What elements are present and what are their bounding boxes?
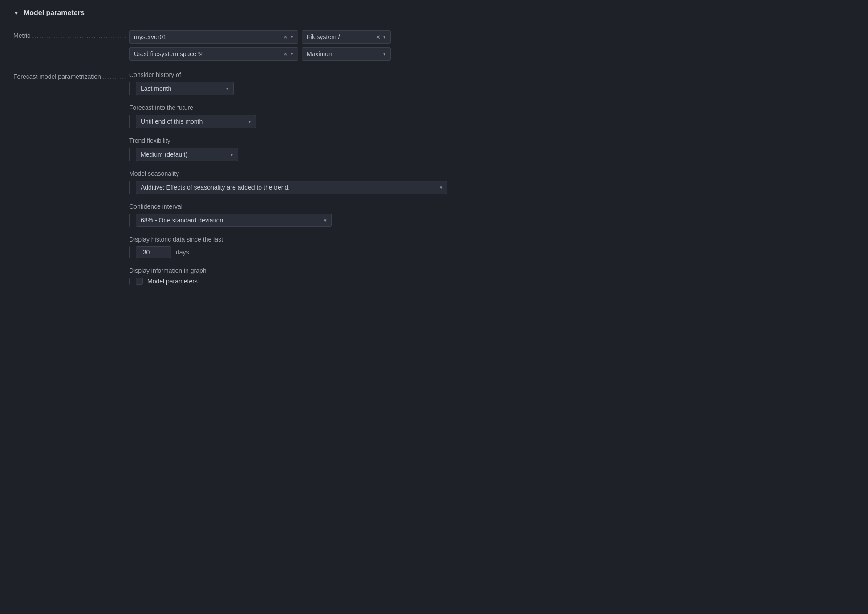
trend-divider xyxy=(129,148,130,161)
historic-data-label: Display historic data since the last xyxy=(129,236,570,243)
graph-info-row: Model parameters xyxy=(129,278,570,285)
future-row: Until end of this month ▾ xyxy=(129,115,570,128)
section-header: ▼ Model parameters xyxy=(13,9,570,17)
confidence-select-controls: ▾ xyxy=(324,218,327,223)
aggregation-chevron-icon: ▾ xyxy=(383,51,386,57)
history-value: Last month xyxy=(141,85,223,92)
future-select-controls: ▾ xyxy=(248,119,251,125)
space-value: Used filesystem space % xyxy=(134,50,280,57)
future-block: Forecast into the future Until end of th… xyxy=(129,104,570,128)
seasonality-chevron-icon: ▾ xyxy=(440,185,442,190)
section-title: Model parameters xyxy=(24,9,85,17)
future-select[interactable]: Until end of this month ▾ xyxy=(136,115,256,128)
future-chevron-icon: ▾ xyxy=(248,119,251,125)
seasonality-select[interactable]: Additive: Effects of seasonality are add… xyxy=(136,181,447,194)
metric-label-text: Metric xyxy=(13,32,30,39)
future-value: Until end of this month xyxy=(141,118,245,125)
trend-select[interactable]: Medium (default) ▾ xyxy=(136,148,238,161)
server-select[interactable]: myserver01 ✕ ▾ xyxy=(129,30,298,44)
metric-dots: ........................................… xyxy=(32,32,127,39)
space-select-controls: ✕ ▾ xyxy=(283,51,293,57)
confidence-block: Confidence interval 68% - One standard d… xyxy=(129,203,570,227)
metric-controls: myserver01 ✕ ▾ Filesystem / ✕ ▾ xyxy=(129,30,570,61)
filesystem-select[interactable]: Filesystem / ✕ ▾ xyxy=(302,30,391,44)
historic-data-divider xyxy=(129,246,130,258)
history-select-controls: ▾ xyxy=(226,86,229,92)
days-label: days xyxy=(176,249,189,256)
space-chevron-icon: ▾ xyxy=(291,51,293,57)
graph-info-block: Display information in graph Model param… xyxy=(129,267,570,285)
history-row: Last month ▾ xyxy=(129,82,570,95)
forecast-label: Forecast model parametrization .........… xyxy=(13,71,129,80)
trend-label: Trend flexibility xyxy=(129,137,570,144)
seasonality-label: Model seasonality xyxy=(129,170,570,177)
server-chevron-icon: ▾ xyxy=(291,34,293,40)
confidence-label: Confidence interval xyxy=(129,203,570,210)
trend-row: Medium (default) ▾ xyxy=(129,148,570,161)
seasonality-value: Additive: Effects of seasonality are add… xyxy=(141,184,436,191)
metric-row: Metric .................................… xyxy=(13,30,570,61)
filesystem-clear-button[interactable]: ✕ xyxy=(376,34,381,40)
filesystem-select-controls: ✕ ▾ xyxy=(376,34,386,40)
metric-bottom-row: Used filesystem space % ✕ ▾ Maximum ▾ xyxy=(129,47,570,61)
aggregation-select-controls: ▾ xyxy=(383,51,386,57)
future-divider xyxy=(129,115,130,128)
trend-chevron-icon: ▾ xyxy=(231,152,233,158)
section-container: ▼ Model parameters Metric ..............… xyxy=(13,9,570,285)
forecast-row: Forecast model parametrization .........… xyxy=(13,71,570,285)
metric-label: Metric .................................… xyxy=(13,30,129,39)
confidence-value: 68% - One standard deviation xyxy=(141,217,320,224)
model-params-checkbox[interactable] xyxy=(136,278,143,285)
historic-data-block: Display historic data since the last day… xyxy=(129,236,570,258)
seasonality-block: Model seasonality Additive: Effects of s… xyxy=(129,170,570,194)
trend-value: Medium (default) xyxy=(141,151,227,158)
seasonality-row: Additive: Effects of seasonality are add… xyxy=(129,181,570,194)
model-params-checkbox-label: Model parameters xyxy=(147,278,198,285)
seasonality-divider xyxy=(129,181,130,194)
confidence-divider xyxy=(129,214,130,227)
graph-info-divider xyxy=(129,278,130,285)
aggregation-value: Maximum xyxy=(307,50,380,57)
history-label: Consider history of xyxy=(129,71,570,78)
history-chevron-icon: ▾ xyxy=(226,86,229,92)
forecast-dots: .......... xyxy=(103,73,127,80)
metric-top-row: myserver01 ✕ ▾ Filesystem / ✕ ▾ xyxy=(129,30,570,44)
collapse-icon[interactable]: ▼ xyxy=(13,10,19,16)
confidence-row: 68% - One standard deviation ▾ xyxy=(129,214,570,227)
server-select-controls: ✕ ▾ xyxy=(283,34,293,40)
historic-data-row: days xyxy=(129,246,570,258)
trend-select-controls: ▾ xyxy=(231,152,233,158)
server-clear-button[interactable]: ✕ xyxy=(283,34,288,40)
graph-info-checkbox-row: Model parameters xyxy=(136,278,198,285)
filesystem-value: Filesystem / xyxy=(307,33,372,40)
days-input-wrapper xyxy=(136,246,171,258)
history-select[interactable]: Last month ▾ xyxy=(136,82,234,95)
aggregation-select[interactable]: Maximum ▾ xyxy=(302,47,391,61)
space-select[interactable]: Used filesystem space % ✕ ▾ xyxy=(129,47,298,61)
history-divider xyxy=(129,82,130,95)
trend-block: Trend flexibility Medium (default) ▾ xyxy=(129,137,570,161)
future-label: Forecast into the future xyxy=(129,104,570,111)
confidence-chevron-icon: ▾ xyxy=(324,218,327,223)
forecast-label-text: Forecast model parametrization xyxy=(13,73,101,80)
confidence-select[interactable]: 68% - One standard deviation ▾ xyxy=(136,214,332,227)
history-block: Consider history of Last month ▾ xyxy=(129,71,570,95)
seasonality-select-controls: ▾ xyxy=(440,185,442,190)
space-clear-button[interactable]: ✕ xyxy=(283,51,288,57)
forecast-params-content: Consider history of Last month ▾ Forecas… xyxy=(129,71,570,285)
days-input[interactable] xyxy=(141,249,158,256)
graph-info-label: Display information in graph xyxy=(129,267,570,274)
filesystem-chevron-icon: ▾ xyxy=(383,34,386,40)
server-value: myserver01 xyxy=(134,33,280,40)
